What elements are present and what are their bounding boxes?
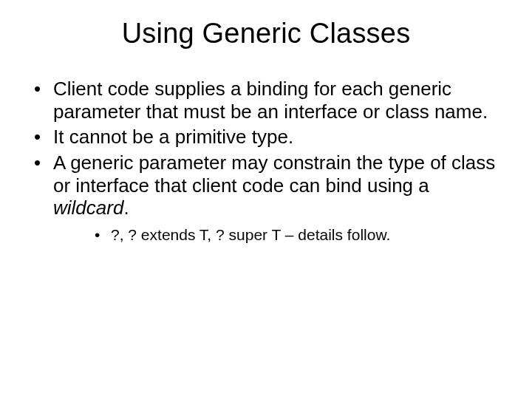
sub-bullet-list: ?, ? extends T, ? super T – details foll…	[53, 225, 502, 244]
list-item: It cannot be a primitive type.	[34, 126, 502, 149]
bullet-text: Client code supplies a binding for each …	[53, 78, 488, 123]
list-item: ?, ? extends T, ? super T – details foll…	[95, 225, 502, 244]
list-item: A generic parameter may constrain the ty…	[34, 151, 502, 244]
slide: Using Generic Classes Client code suppli…	[0, 0, 532, 399]
slide-title: Using Generic Classes	[30, 18, 502, 50]
bullet-list: Client code supplies a binding for each …	[30, 78, 502, 244]
sub-bullet-text: ?, ? extends T, ? super T – details foll…	[111, 226, 390, 243]
list-item: Client code supplies a binding for each …	[34, 78, 502, 123]
bullet-text-em: wildcard	[53, 197, 123, 219]
bullet-text: It cannot be a primitive type.	[53, 126, 293, 148]
bullet-text-pre: A generic parameter may constrain the ty…	[53, 151, 495, 197]
bullet-text-post: .	[123, 197, 129, 219]
